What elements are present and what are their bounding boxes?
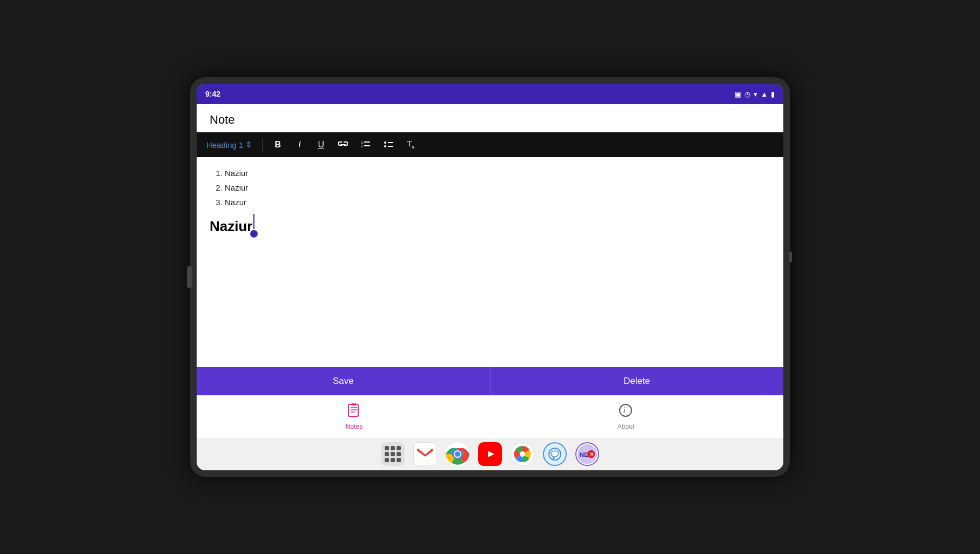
svg-point-25 xyxy=(520,451,525,457)
status-bar: 9:42 ▣ ◷ ▾ ▲ ▮ xyxy=(197,84,783,104)
status-time: 9:42 xyxy=(205,90,220,98)
toolbar-divider-1 xyxy=(262,138,263,151)
underline-button[interactable]: U xyxy=(312,136,330,153)
signal-icon: ▲ xyxy=(761,90,768,98)
editor-area[interactable]: Naziur Naziur Nazur Naziur xyxy=(197,157,783,367)
messages-icon[interactable] xyxy=(543,442,567,466)
link-button[interactable] xyxy=(334,136,352,153)
app-header: Note xyxy=(197,104,783,132)
svg-point-4 xyxy=(384,141,386,144)
app-grid-icon[interactable] xyxy=(381,442,405,466)
nav-item-about[interactable]: i About xyxy=(609,401,643,433)
italic-button[interactable]: I xyxy=(291,136,308,153)
svg-text:NE: NE xyxy=(579,451,588,458)
save-button[interactable]: Save xyxy=(197,367,490,395)
tablet-frame: 9:42 ▣ ◷ ▾ ▲ ▮ Note H xyxy=(190,77,790,477)
svg-rect-7 xyxy=(388,146,393,147)
heading-line: Naziur xyxy=(210,214,770,238)
side-speaker xyxy=(187,266,192,288)
editor-toolbar: Heading 1 ⇕ B I U 1. 2. xyxy=(197,132,783,157)
svg-rect-12 xyxy=(352,403,356,406)
notes-nav-icon xyxy=(347,403,361,421)
about-nav-icon: i xyxy=(619,403,633,421)
youtube-icon[interactable] xyxy=(478,442,502,466)
svg-rect-3 xyxy=(364,145,370,146)
bottom-nav: Notes i About xyxy=(197,395,783,438)
list-item: Naziur xyxy=(225,166,770,180)
status-icons: ▣ ◷ ▾ ▲ ▮ xyxy=(735,90,775,98)
svg-rect-2 xyxy=(364,141,370,143)
app-content: Note Heading 1 ⇕ B I U xyxy=(197,104,783,470)
sim-icon: ▣ xyxy=(735,90,741,98)
app-dots xyxy=(381,443,404,465)
bold-button[interactable]: B xyxy=(269,136,286,153)
custom-app-icon[interactable]: NE ✕ xyxy=(575,442,599,466)
heading-selector-label: Heading 1 xyxy=(206,140,243,150)
alarm-icon: ◷ xyxy=(744,90,750,98)
svg-text:1.: 1. xyxy=(361,140,364,144)
heading-selector-arrow: ⇕ xyxy=(245,140,252,150)
nav-item-notes[interactable]: Notes xyxy=(337,401,371,433)
heading-selector[interactable]: Heading 1 ⇕ xyxy=(203,138,256,152)
battery-icon: ▮ xyxy=(771,90,775,98)
svg-point-21 xyxy=(455,451,460,457)
app-title: Note xyxy=(210,113,234,126)
about-nav-label: About xyxy=(617,423,634,430)
svg-point-13 xyxy=(620,404,632,416)
svg-point-6 xyxy=(384,145,386,147)
notes-nav-label: Notes xyxy=(346,423,363,430)
clear-format-button[interactable]: Tx xyxy=(402,136,419,153)
text-cursor xyxy=(253,214,258,238)
unordered-list-button[interactable] xyxy=(379,136,398,153)
wifi-icon: ▾ xyxy=(754,90,757,98)
power-button[interactable] xyxy=(789,252,792,262)
heading-content: Naziur xyxy=(210,218,252,235)
svg-text:2.: 2. xyxy=(361,144,364,148)
chrome-icon[interactable] xyxy=(446,442,469,466)
delete-button[interactable]: Delete xyxy=(490,367,784,395)
photos-icon[interactable] xyxy=(511,442,534,466)
list-item: Nazur xyxy=(225,195,770,210)
clear-format-label: Tx xyxy=(407,140,414,150)
gmail-icon[interactable] xyxy=(413,442,437,466)
svg-text:✕: ✕ xyxy=(589,451,594,457)
ordered-list-button[interactable]: 1. 2. xyxy=(357,136,375,153)
taskbar: NE ✕ xyxy=(197,438,783,470)
content-list: Naziur Naziur Nazur xyxy=(210,166,770,210)
list-item: Naziur xyxy=(225,180,770,195)
tablet-screen: 9:42 ▣ ◷ ▾ ▲ ▮ Note H xyxy=(197,84,783,470)
svg-text:i: i xyxy=(623,406,626,415)
svg-rect-5 xyxy=(388,142,393,143)
svg-rect-8 xyxy=(348,404,358,416)
action-buttons: Save Delete xyxy=(197,367,783,395)
